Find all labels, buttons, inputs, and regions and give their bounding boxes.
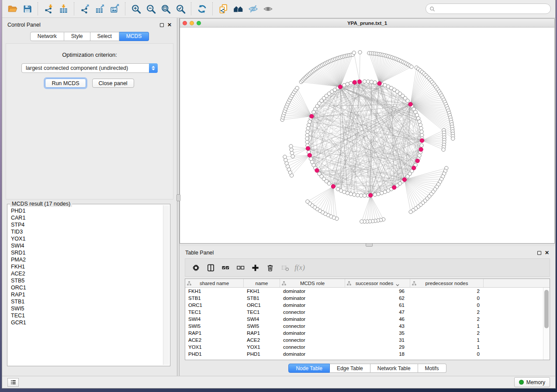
table-cell[interactable]: 35 bbox=[345, 330, 410, 337]
open-file-button[interactable] bbox=[5, 2, 20, 16]
column-header-shared-name[interactable]: shared name bbox=[185, 279, 244, 287]
memory-button[interactable]: Memory bbox=[514, 377, 550, 387]
table-row[interactable]: ORC1ORC1dominator610 bbox=[185, 302, 543, 309]
table-cell[interactable]: FKH1 bbox=[185, 288, 244, 295]
table-row[interactable]: SWI5SWI5connector431 bbox=[185, 323, 543, 330]
table-row[interactable]: PHD1PHD1dominator180 bbox=[185, 351, 543, 358]
table-cell[interactable]: YOX1 bbox=[185, 344, 244, 351]
horizontal-splitter[interactable] bbox=[180, 244, 555, 246]
scrollbar-thumb[interactable] bbox=[544, 290, 549, 328]
table-cell[interactable]: dominator bbox=[280, 295, 345, 302]
mcds-node-item[interactable]: SWI4 bbox=[11, 242, 163, 249]
export-network-button[interactable] bbox=[77, 2, 92, 16]
table-row[interactable]: RAP1RAP1dominator352 bbox=[185, 330, 543, 337]
table-cell[interactable]: 96 bbox=[345, 288, 410, 295]
new-network-from-selection-button[interactable] bbox=[216, 2, 231, 16]
table-cell[interactable]: dominator bbox=[280, 288, 345, 295]
table-cell[interactable]: RAP1 bbox=[185, 330, 244, 337]
table-cell[interactable]: PHD1 bbox=[185, 351, 244, 358]
table-cell[interactable]: 0 bbox=[410, 351, 484, 358]
vertical-splitter[interactable] bbox=[177, 18, 180, 376]
mcds-node-item[interactable]: STB5 bbox=[11, 277, 163, 284]
delete-entry-button[interactable] bbox=[264, 261, 276, 274]
table-cell[interactable]: dominator bbox=[280, 316, 345, 323]
table-row[interactable]: YOX1YOX1connector291 bbox=[185, 344, 543, 351]
column-header-name[interactable]: name bbox=[244, 279, 280, 287]
table-scrollbar[interactable] bbox=[543, 288, 550, 360]
mcds-result-list[interactable]: PHD1CAR1STP4TID3YOX1SWI4SRD1PMA2FKH1ACE2… bbox=[9, 206, 163, 364]
table-row[interactable]: FKH1FKH1dominator962 bbox=[185, 288, 543, 295]
table-cell[interactable]: 1 bbox=[410, 344, 484, 351]
mcds-node-item[interactable]: SWI5 bbox=[11, 305, 163, 312]
column-header-MCDS-role[interactable]: MCDS role bbox=[280, 279, 345, 287]
table-row[interactable]: STB1STB1dominator620 bbox=[185, 295, 543, 302]
table-cell[interactable]: SWI5 bbox=[185, 323, 244, 330]
mcds-node-item[interactable]: GCR1 bbox=[11, 319, 163, 326]
tab-edge-table[interactable]: Edge Table bbox=[330, 364, 370, 373]
mcds-node-item[interactable]: STP4 bbox=[11, 221, 163, 228]
hide-selected-button[interactable] bbox=[246, 2, 260, 16]
mcds-node-item[interactable]: FKH1 bbox=[11, 263, 163, 270]
import-table-button[interactable] bbox=[56, 2, 71, 16]
export-table-button[interactable] bbox=[92, 2, 107, 16]
table-row[interactable]: ACE2ACE2connector311 bbox=[185, 337, 543, 344]
table-cell[interactable]: 18 bbox=[345, 351, 410, 358]
show-all-button[interactable] bbox=[260, 2, 275, 16]
table-cell[interactable]: SWI4 bbox=[185, 316, 244, 323]
table-cell[interactable]: 47 bbox=[345, 309, 410, 316]
mcds-node-item[interactable]: TID3 bbox=[11, 228, 163, 235]
table-cell[interactable]: FKH1 bbox=[244, 288, 280, 295]
show-panels-list-button[interactable] bbox=[7, 378, 19, 387]
table-cell[interactable]: 29 bbox=[345, 344, 410, 351]
mcds-node-item[interactable]: CAR1 bbox=[11, 214, 163, 221]
tab-motifs[interactable]: Motifs bbox=[418, 364, 446, 373]
select-all-button[interactable] bbox=[219, 261, 232, 274]
table-cell[interactable]: 61 bbox=[345, 302, 410, 309]
mcds-result-scrollbar[interactable] bbox=[163, 205, 169, 365]
search-box[interactable] bbox=[426, 3, 551, 14]
table-cell[interactable]: SWI4 bbox=[244, 316, 280, 323]
add-entry-button[interactable] bbox=[249, 261, 261, 274]
splitter-grip[interactable] bbox=[366, 243, 373, 247]
network-canvas[interactable] bbox=[180, 28, 554, 243]
table-cell[interactable]: 1 bbox=[410, 337, 484, 344]
table-cell[interactable]: YOX1 bbox=[244, 344, 280, 351]
table-cell[interactable]: TEC1 bbox=[244, 309, 280, 316]
toggle-columns-button[interactable] bbox=[204, 261, 217, 274]
table-cell[interactable]: 2 bbox=[410, 309, 484, 316]
export-image-button[interactable] bbox=[107, 2, 122, 16]
close-panel-icon[interactable]: ✕ bbox=[167, 22, 172, 28]
network-graph[interactable] bbox=[180, 28, 554, 243]
tab-select[interactable]: Select bbox=[90, 32, 119, 41]
table-cell[interactable]: 1 bbox=[410, 323, 484, 330]
tab-network[interactable]: Network bbox=[30, 32, 64, 41]
mcds-node-item[interactable]: PMA2 bbox=[11, 256, 163, 263]
table-cell[interactable]: connector bbox=[280, 323, 345, 330]
mcds-node-item[interactable]: TEC1 bbox=[11, 312, 163, 319]
tab-style[interactable]: Style bbox=[64, 32, 90, 41]
deselect-all-button[interactable] bbox=[234, 261, 246, 274]
first-neighbors-button[interactable] bbox=[231, 2, 246, 16]
table-cell[interactable]: 2 bbox=[410, 288, 484, 295]
table-cell[interactable]: STB1 bbox=[185, 295, 244, 302]
table-cell[interactable]: PHD1 bbox=[244, 351, 280, 358]
optimization-criterion-select[interactable]: largest connected component (undirected) bbox=[21, 63, 158, 73]
table-cell[interactable]: connector bbox=[280, 337, 345, 344]
table-cell[interactable]: 2 bbox=[410, 316, 484, 323]
table-cell[interactable]: 43 bbox=[345, 323, 410, 330]
table-row[interactable]: SWI4SWI4dominator462 bbox=[185, 316, 543, 323]
mcds-node-item[interactable]: STB1 bbox=[11, 298, 163, 305]
table-cell[interactable]: STB1 bbox=[244, 295, 280, 302]
table-cell[interactable]: SWI5 bbox=[244, 323, 280, 330]
table-cell[interactable]: dominator bbox=[280, 351, 345, 358]
import-network-button[interactable] bbox=[41, 2, 56, 16]
run-mcds-button[interactable]: Run MCDS bbox=[45, 79, 86, 88]
table-cell[interactable]: dominator bbox=[280, 330, 345, 337]
table-cell[interactable]: connector bbox=[280, 344, 345, 351]
mcds-node-item[interactable]: ORC1 bbox=[11, 284, 163, 291]
tab-network-table[interactable]: Network Table bbox=[370, 364, 418, 373]
table-row[interactable]: TEC1TEC1connector472 bbox=[185, 309, 543, 316]
zoom-out-button[interactable] bbox=[143, 2, 158, 16]
table-cell[interactable]: connector bbox=[280, 309, 345, 316]
table-cell[interactable]: dominator bbox=[280, 302, 345, 309]
